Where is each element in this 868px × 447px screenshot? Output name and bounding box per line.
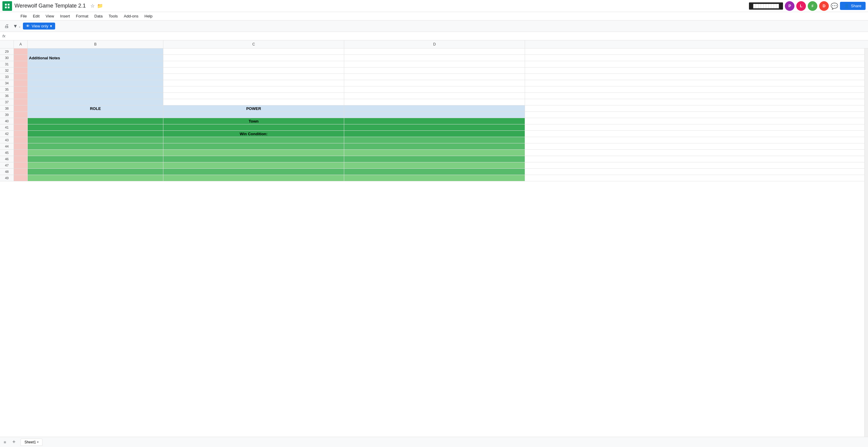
share-button[interactable]: 👤 Share <box>840 2 866 10</box>
cell-c[interactable] <box>163 61 344 67</box>
cell-b[interactable] <box>28 112 163 118</box>
cell-b[interactable] <box>28 175 163 181</box>
cell-c[interactable] <box>163 93 344 99</box>
cell-c[interactable] <box>163 55 344 61</box>
cell-d[interactable] <box>344 131 525 137</box>
cell-a[interactable] <box>14 67 28 73</box>
cell-c[interactable] <box>163 150 344 156</box>
cell-a[interactable] <box>14 112 28 118</box>
cell-b[interactable] <box>28 156 163 162</box>
menu-view[interactable]: View <box>43 13 56 19</box>
sheets-menu-button[interactable]: ≡ <box>2 439 7 446</box>
sheet-tab-sheet1[interactable]: Sheet1 ▾ <box>21 439 42 446</box>
cell-d[interactable] <box>344 169 525 175</box>
cell-d[interactable] <box>344 67 525 73</box>
cell-c[interactable] <box>163 87 344 93</box>
cell-b[interactable] <box>28 143 163 150</box>
cell-c[interactable] <box>163 99 344 105</box>
cell-c[interactable] <box>163 49 344 55</box>
add-sheet-button[interactable]: + <box>10 438 18 446</box>
right-scrollbar[interactable] <box>864 41 868 437</box>
cell-a[interactable] <box>14 87 28 93</box>
menu-insert[interactable]: Insert <box>58 13 72 19</box>
cell-d[interactable] <box>344 162 525 168</box>
cell-b[interactable] <box>28 150 163 156</box>
cell-a[interactable] <box>14 61 28 67</box>
cell-a[interactable] <box>14 143 28 150</box>
menu-file[interactable]: File <box>18 13 29 19</box>
cell-c[interactable] <box>163 162 344 168</box>
cell-a[interactable] <box>14 55 28 61</box>
cell-a[interactable] <box>14 169 28 175</box>
cell-b[interactable] <box>28 162 163 168</box>
cell-c[interactable] <box>163 175 344 181</box>
star-icon[interactable]: ☆ <box>90 3 95 9</box>
folder-icon[interactable]: 📁 <box>97 3 103 9</box>
filter-icon[interactable]: ▼ ⌄ <box>13 22 21 30</box>
avatar-4[interactable]: D <box>819 1 829 11</box>
cell-b[interactable]: Additional Notes <box>28 55 163 61</box>
cell-a[interactable] <box>14 93 28 99</box>
cell-d[interactable] <box>344 74 525 80</box>
menu-tools[interactable]: Tools <box>106 13 120 19</box>
cell-a[interactable] <box>14 105 28 111</box>
cell-d[interactable] <box>344 87 525 93</box>
cell-b[interactable] <box>28 118 163 124</box>
avatar-3[interactable]: F <box>808 1 817 11</box>
cell-d[interactable] <box>344 124 525 130</box>
cell-c[interactable]: Win Condition: <box>163 131 344 137</box>
comment-icon[interactable]: 💬 <box>831 2 838 10</box>
menu-addons[interactable]: Add-ons <box>121 13 141 19</box>
cell-b[interactable] <box>28 80 163 86</box>
cell-b[interactable] <box>28 99 163 105</box>
cell-a[interactable] <box>14 175 28 181</box>
cell-a[interactable] <box>14 131 28 137</box>
cell-c[interactable] <box>163 80 344 86</box>
cell-d[interactable] <box>344 55 525 61</box>
cell-c[interactable]: Town <box>163 118 344 124</box>
cell-a[interactable] <box>14 99 28 105</box>
cell-d[interactable] <box>344 99 525 105</box>
cell-b[interactable] <box>28 169 163 175</box>
cell-a[interactable] <box>14 162 28 168</box>
cell-b[interactable]: ROLE <box>28 105 163 111</box>
cell-b[interactable] <box>28 93 163 99</box>
cell-b[interactable] <box>28 74 163 80</box>
cell-d[interactable] <box>344 137 525 143</box>
cell-d[interactable] <box>344 156 525 162</box>
cell-b[interactable] <box>28 67 163 73</box>
cell-d[interactable] <box>344 105 525 111</box>
cell-b[interactable] <box>28 137 163 143</box>
cell-a[interactable] <box>14 156 28 162</box>
print-icon[interactable]: 🖨 <box>2 22 11 30</box>
cell-a[interactable] <box>14 137 28 143</box>
cell-b[interactable] <box>28 87 163 93</box>
cell-c[interactable] <box>163 74 344 80</box>
cell-b[interactable] <box>28 124 163 130</box>
avatar-2[interactable]: L <box>796 1 806 11</box>
cell-d[interactable] <box>344 80 525 86</box>
cell-b[interactable] <box>28 61 163 67</box>
menu-format[interactable]: Format <box>73 13 91 19</box>
cell-d[interactable] <box>344 93 525 99</box>
cell-c[interactable] <box>163 169 344 175</box>
cell-d[interactable] <box>344 175 525 181</box>
cell-c[interactable]: POWER <box>163 105 344 111</box>
cell-a[interactable] <box>14 124 28 130</box>
menu-data[interactable]: Data <box>92 13 105 19</box>
cell-d[interactable] <box>344 150 525 156</box>
cell-a[interactable] <box>14 118 28 124</box>
menu-help[interactable]: Help <box>142 13 155 19</box>
cell-c[interactable] <box>163 137 344 143</box>
cell-c[interactable] <box>163 112 344 118</box>
cell-a[interactable] <box>14 49 28 55</box>
cell-a[interactable] <box>14 150 28 156</box>
cell-b[interactable] <box>28 49 163 55</box>
cell-c[interactable] <box>163 156 344 162</box>
view-only-button[interactable]: 👁 View only ▾ <box>23 23 55 30</box>
menu-edit[interactable]: Edit <box>30 13 42 19</box>
cell-d[interactable] <box>344 61 525 67</box>
cell-a[interactable] <box>14 80 28 86</box>
cell-d[interactable] <box>344 143 525 150</box>
cell-b[interactable] <box>28 131 163 137</box>
